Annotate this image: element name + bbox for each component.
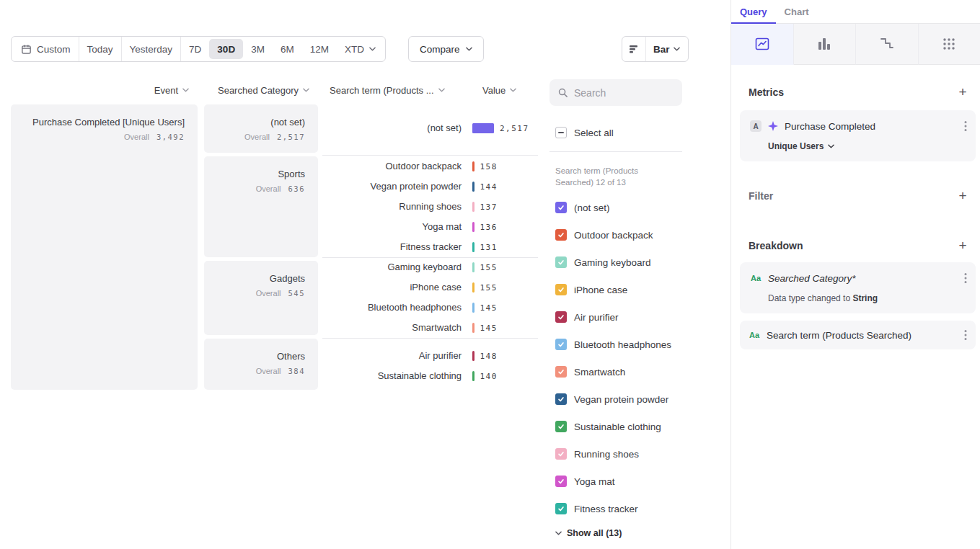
breakdown-kebab-menu[interactable] [964, 329, 967, 341]
series-checkbox[interactable] [555, 339, 567, 350]
select-all-control[interactable]: Select all [555, 127, 614, 138]
series-item-running-shoes[interactable]: Running shoes [555, 440, 685, 468]
search-term-gaming-keyboard[interactable]: Gaming keyboard [322, 257, 462, 277]
search-term-running-shoes[interactable]: Running shoes [322, 197, 462, 217]
horizontal-bar-chart-icon [622, 37, 646, 61]
date-range-today[interactable]: Today [79, 39, 121, 59]
value-bar[interactable] [472, 202, 474, 212]
value-bar[interactable] [472, 323, 474, 333]
column-header-search-term[interactable]: Search term (Products ... [330, 84, 445, 96]
add-breakdown-button[interactable]: + [955, 238, 970, 252]
series-checkbox[interactable] [555, 311, 567, 323]
event-cell[interactable]: Purchase Completed [Unique Users] Overal… [11, 104, 198, 390]
series-checkbox[interactable] [555, 448, 567, 460]
add-metric-button[interactable]: + [955, 85, 970, 99]
category-cell-sports[interactable]: SportsOverall636 [204, 156, 318, 257]
search-term-sustainable-clothing[interactable]: Sustainable clothing [322, 366, 462, 386]
series-item-air-purifier[interactable]: Air purifier [555, 303, 685, 331]
search-term-iphone-case[interactable]: iPhone case [322, 277, 462, 298]
add-filter-button[interactable]: + [955, 189, 970, 202]
category-cell-others[interactable]: OthersOverall384 [204, 339, 318, 390]
series-item-iphone-case[interactable]: iPhone case [555, 276, 685, 303]
series-checklist: (not set)Outdoor backpackGaming keyboard… [555, 194, 685, 522]
date-range-12m[interactable]: 12M [302, 39, 337, 59]
funnels-tab[interactable] [794, 24, 857, 65]
value-bar[interactable] [472, 242, 474, 252]
tab-query[interactable]: Query [731, 0, 776, 23]
breakdown-card-searched-category[interactable]: Aa Searched Category* Data type changed … [740, 262, 976, 313]
insights-tab[interactable] [731, 24, 794, 65]
value-bar[interactable] [472, 262, 474, 272]
search-term-bluetooth-headphones[interactable]: Bluetooth headphones [322, 298, 462, 318]
column-header-searched-category[interactable]: Searched Category [204, 84, 309, 96]
column-header-value[interactable]: Value [482, 84, 516, 96]
column-header-event[interactable]: Event [11, 84, 189, 96]
category-cell-gadgets[interactable]: GadgetsOverall545 [204, 261, 318, 335]
search-term-fitness-tracker[interactable]: Fitness tracker [322, 237, 462, 257]
value-bar[interactable] [472, 351, 474, 361]
category-overall-value: 2,517 [277, 133, 305, 141]
metric-kebab-menu[interactable] [964, 120, 967, 132]
compare-button[interactable]: Compare [408, 36, 484, 62]
date-range-6m[interactable]: 6M [273, 39, 302, 59]
insights-report-page: CustomTodayYesterday7D30D3M6M12MXTD Comp… [0, 0, 980, 549]
series-item-sustainable-clothing[interactable]: Sustainable clothing [555, 413, 685, 440]
tab-chart[interactable]: Chart [776, 0, 818, 23]
value-bar[interactable] [472, 182, 474, 192]
series-checkbox[interactable] [555, 284, 567, 295]
search-term-yoga-mat[interactable]: Yoga mat [322, 217, 462, 237]
search-term-not-set[interactable]: (not set) [322, 118, 462, 138]
series-checkbox[interactable] [555, 366, 567, 378]
metric-event-name: Purchase Completed [785, 121, 958, 132]
date-range-yesterday[interactable]: Yesterday [122, 39, 181, 59]
breakdown-kebab-menu[interactable] [964, 272, 967, 284]
date-range-3m[interactable]: 3M [243, 39, 273, 59]
series-item-bluetooth-headphones[interactable]: Bluetooth headphones [555, 331, 685, 358]
metric-card[interactable]: A Purchase Completed Unique Users [740, 110, 976, 161]
series-checkbox[interactable] [555, 476, 567, 487]
compare-label: Compare [420, 44, 460, 55]
value-bar[interactable] [472, 303, 474, 313]
breakdown-property-name: Searched Category* [768, 273, 958, 284]
search-term-air-purifier[interactable]: Air purifier [322, 346, 462, 366]
series-item-not-set[interactable]: (not set) [555, 194, 685, 221]
value-bar[interactable] [472, 371, 474, 381]
series-item-outdoor-backpack[interactable]: Outdoor backpack [555, 221, 685, 249]
flows-tab[interactable] [919, 24, 980, 65]
value-bar[interactable] [472, 123, 494, 133]
series-item-gaming-keyboard[interactable]: Gaming keyboard [555, 249, 685, 276]
series-checkbox[interactable] [555, 202, 567, 213]
chart-type-selector[interactable]: Bar [622, 36, 689, 62]
value-bar[interactable] [472, 161, 474, 171]
date-range-30d[interactable]: 30D [209, 39, 243, 59]
series-item-yoga-mat[interactable]: Yoga mat [555, 468, 685, 495]
series-label: Gaming keyboard [574, 257, 651, 268]
value-bar[interactable] [472, 282, 474, 293]
series-item-vegan-protein-powder[interactable]: Vegan protein powder [555, 385, 685, 413]
search-term-vegan-protein-powder[interactable]: Vegan protein powder [322, 177, 462, 197]
chevron-down-icon [510, 88, 516, 92]
series-checkbox[interactable] [555, 421, 567, 432]
date-range-xtd[interactable]: XTD [337, 39, 384, 59]
measure-dropdown[interactable]: Unique Users [768, 141, 967, 151]
series-checkbox[interactable] [555, 256, 567, 268]
value-bar[interactable] [472, 222, 474, 232]
series-label: Bluetooth headphones [574, 339, 671, 350]
series-checkbox[interactable] [555, 503, 567, 514]
series-item-smartwatch[interactable]: Smartwatch [555, 358, 685, 385]
show-all-button[interactable]: Show all (13) [555, 528, 622, 538]
category-cell-not-set[interactable]: (not set)Overall2,517 [204, 104, 318, 153]
select-all-checkbox[interactable] [555, 127, 567, 138]
series-search-box[interactable] [549, 79, 682, 106]
search-input[interactable] [574, 87, 674, 99]
search-term-outdoor-backpack[interactable]: Outdoor backpack [322, 156, 462, 177]
series-checkbox[interactable] [555, 393, 567, 405]
sidebar-tab-bar: Query Chart [731, 0, 980, 24]
series-item-fitness-tracker[interactable]: Fitness tracker [555, 495, 685, 522]
breakdown-card-search-term[interactable]: Aa Search term (Products Searched) [740, 321, 976, 349]
date-range-custom[interactable]: Custom [13, 39, 79, 59]
date-range-7d[interactable]: 7D [181, 39, 209, 59]
series-checkbox[interactable] [555, 229, 567, 241]
retention-tab[interactable] [856, 24, 919, 65]
search-term-smartwatch[interactable]: Smartwatch [322, 318, 462, 338]
